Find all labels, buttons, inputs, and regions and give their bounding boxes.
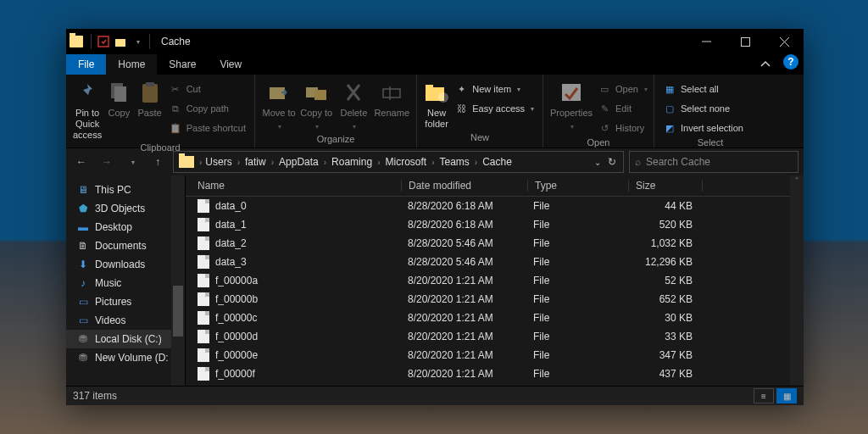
new-item-button[interactable]: ✦New item▾ <box>451 80 537 98</box>
refresh-button[interactable]: ↻ <box>608 156 616 168</box>
svg-rect-10 <box>383 89 400 97</box>
file-size: 33 KB <box>626 331 701 342</box>
table-row[interactable]: data_38/28/2020 5:46 AMFile12,296 KB <box>186 253 804 271</box>
rename-button[interactable]: Rename <box>372 78 411 120</box>
file-type: File <box>526 256 626 268</box>
tab-view[interactable]: View <box>208 54 253 75</box>
breadcrumb[interactable]: Users› <box>203 156 242 168</box>
ribbon: Pin to Quick access Copy Paste ✂Cut ⧉Cop… <box>66 75 804 148</box>
file-date: 8/28/2020 6:18 AM <box>401 200 526 212</box>
maximize-button[interactable] <box>726 29 765 54</box>
nav-desktop[interactable]: ▬Desktop <box>66 218 185 236</box>
breadcrumb[interactable]: Microsoft› <box>383 156 436 168</box>
nav-pictures[interactable]: ▭Pictures <box>66 292 185 311</box>
search-icon: ⌕ <box>635 156 641 168</box>
breadcrumb[interactable]: AppData› <box>277 156 328 168</box>
pictures-icon: ▭ <box>76 295 90 309</box>
history-icon: ↺ <box>598 121 611 135</box>
recent-locations-button[interactable]: ▾ <box>122 152 142 172</box>
svg-rect-15 <box>562 84 581 101</box>
table-row[interactable]: data_08/28/2020 6:18 AMFile44 KB <box>186 197 804 215</box>
music-icon: ♪ <box>76 276 90 290</box>
folder-icon <box>179 156 194 168</box>
cut-button[interactable]: ✂Cut <box>165 80 249 98</box>
copy-button[interactable]: Copy <box>103 78 134 120</box>
table-row[interactable]: f_00000d8/20/2020 1:21 AMFile33 KB <box>186 327 804 346</box>
nav-local-disk-c[interactable]: ⛃Local Disk (C:) <box>66 330 185 348</box>
back-button[interactable]: ← <box>71 152 92 172</box>
nav-documents[interactable]: 🗎Documents <box>66 236 185 255</box>
new-folder-button[interactable]: New folder <box>422 78 451 131</box>
table-row[interactable]: f_00000b8/20/2020 1:21 AMFile652 KB <box>186 290 804 309</box>
table-row[interactable]: data_28/28/2020 5:46 AMFile1,032 KB <box>186 234 804 253</box>
main-scrollbar[interactable]: ˆ <box>790 175 804 386</box>
details-view-button[interactable]: ≡ <box>754 388 774 403</box>
easy-access-button[interactable]: ⛓Easy access▾ <box>451 99 537 118</box>
paste-icon <box>137 80 163 105</box>
tab-share[interactable]: Share <box>157 54 208 75</box>
table-row[interactable]: f_00000c8/20/2020 1:21 AMFile30 KB <box>186 309 804 327</box>
file-type: File <box>526 349 626 361</box>
nav-music[interactable]: ♪Music <box>66 274 185 292</box>
search-input[interactable]: ⌕ Search Cache <box>629 151 798 173</box>
breadcrumb[interactable]: Teams› <box>438 156 480 168</box>
breadcrumb[interactable]: Cache <box>481 156 514 168</box>
folder-icon <box>70 36 83 47</box>
nav-videos[interactable]: ▭Videos <box>66 311 185 330</box>
column-header-type[interactable]: Type <box>528 180 629 192</box>
address-dropdown-icon[interactable]: ⌄ <box>594 158 601 167</box>
qat-new-folder-icon[interactable] <box>114 35 127 48</box>
history-button[interactable]: ↺History <box>594 119 651 137</box>
address-bar[interactable]: › Users› fatiw› AppData› Roaming› Micros… <box>173 151 624 173</box>
tab-file[interactable]: File <box>66 54 106 75</box>
nav-scrollbar[interactable] <box>171 175 185 386</box>
nav-this-pc[interactable]: 🖥This PC <box>66 181 185 199</box>
select-none-icon: ▢ <box>663 102 676 115</box>
move-to-icon <box>266 80 292 105</box>
edit-button[interactable]: ✎Edit <box>594 99 651 118</box>
breadcrumb[interactable]: Roaming› <box>330 156 381 168</box>
minimize-button[interactable] <box>687 29 726 54</box>
select-all-icon: ▦ <box>663 82 676 96</box>
file-type: File <box>526 200 626 212</box>
help-button[interactable]: ? <box>783 54 798 70</box>
column-header-date[interactable]: Date modified <box>402 180 528 192</box>
pin-to-quick-access-button[interactable]: Pin to Quick access <box>71 78 103 142</box>
delete-button[interactable]: Delete▾ <box>335 78 372 134</box>
paste-button[interactable]: Paste <box>134 78 164 120</box>
properties-button[interactable]: Properties▾ <box>548 78 594 134</box>
column-header-size[interactable]: Size <box>629 180 703 192</box>
table-row[interactable]: f_00000f8/20/2020 1:21 AMFile437 KB <box>186 364 804 383</box>
column-header-name[interactable]: Name <box>186 180 402 192</box>
collapse-ribbon-button[interactable] <box>753 54 778 75</box>
table-row[interactable]: f_00000e8/20/2020 1:21 AMFile347 KB <box>186 346 804 364</box>
qat-properties-icon[interactable] <box>97 35 110 48</box>
titlebar: ▾ Cache <box>66 29 804 54</box>
invert-selection-button[interactable]: ◩Invert selection <box>659 119 747 137</box>
nav-new-volume-d[interactable]: ⛃New Volume (D: <box>66 348 185 367</box>
paste-shortcut-button[interactable]: 📋Paste shortcut <box>165 119 249 137</box>
qat-customize-icon[interactable]: ▾ <box>131 35 144 48</box>
forward-button[interactable]: → <box>97 152 117 172</box>
file-size: 347 KB <box>626 349 701 361</box>
file-icon <box>198 311 209 325</box>
item-count: 317 items <box>73 390 117 402</box>
file-name: f_00000b <box>215 293 258 305</box>
table-row[interactable]: f_00000a8/20/2020 1:21 AMFile52 KB <box>186 271 804 290</box>
select-all-button[interactable]: ▦Select all <box>659 80 747 98</box>
nav-downloads[interactable]: ⬇Downloads <box>66 255 185 274</box>
close-button[interactable] <box>765 29 804 54</box>
copy-to-button[interactable]: Copy to▾ <box>298 78 335 134</box>
copy-path-button[interactable]: ⧉Copy path <box>165 99 249 118</box>
move-to-button[interactable]: Move to▾ <box>260 78 298 134</box>
open-icon: ▭ <box>598 82 611 96</box>
large-icons-view-button[interactable]: ▦ <box>776 388 797 403</box>
open-button[interactable]: ▭Open▾ <box>594 80 651 98</box>
up-button[interactable]: ↑ <box>147 152 168 172</box>
select-none-button[interactable]: ▢Select none <box>659 99 747 118</box>
svg-rect-0 <box>98 36 108 47</box>
breadcrumb[interactable]: fatiw› <box>243 156 275 168</box>
nav-3d-objects[interactable]: ⬟3D Objects <box>66 199 185 218</box>
tab-home[interactable]: Home <box>106 54 157 75</box>
table-row[interactable]: data_18/28/2020 6:18 AMFile520 KB <box>186 215 804 234</box>
